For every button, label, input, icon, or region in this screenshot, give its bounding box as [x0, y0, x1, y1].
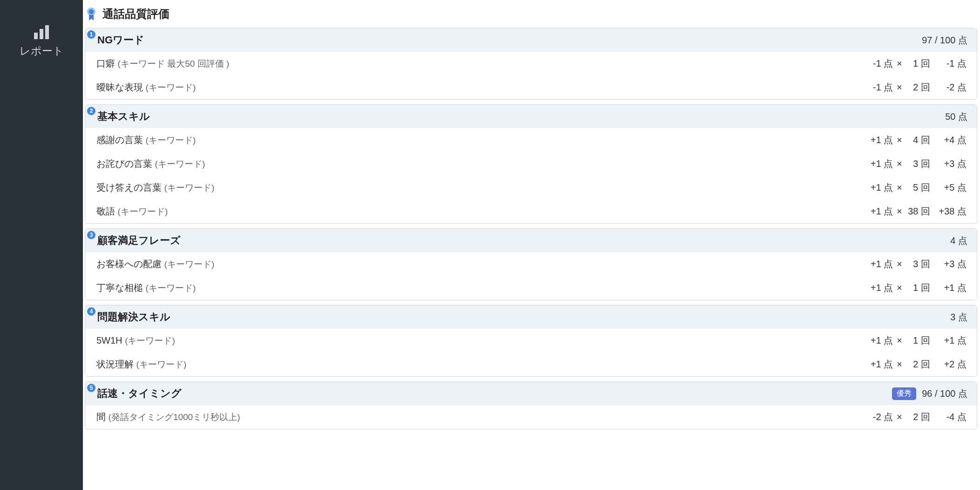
metric-unit-points: +1 点 [860, 258, 893, 270]
metric-label: 状況理解 (キーワード) [96, 358, 186, 371]
metric-subtext: (キーワード 最大50 回評価 ) [118, 59, 230, 69]
metric-total: -2 点 [930, 81, 966, 94]
card-score-value: 96 / 100 点 [922, 387, 967, 400]
multiply-icon: × [893, 359, 906, 370]
metric-subtext: (キーワード) [125, 336, 175, 345]
card-score-value: 4 点 [950, 235, 967, 247]
metric-name: 5W1H [96, 335, 122, 345]
metric-values: +1 点×38 回+38 点 [860, 205, 966, 218]
metric-count: 3 回 [906, 258, 930, 270]
card-score-value: 3 点 [950, 311, 967, 324]
svg-rect-1 [40, 29, 43, 39]
metric-label: 曖昧な表現 (キーワード) [96, 81, 196, 94]
metric-count: 1 回 [906, 282, 930, 294]
metric-name: お客様への配慮 [96, 259, 162, 269]
metric-total: +38 点 [930, 205, 966, 218]
metric-count: 1 回 [906, 334, 930, 347]
metric-label: 受け答えの言葉 (キーワード) [96, 181, 214, 194]
sidebar-item-report[interactable]: レポート [0, 21, 83, 67]
card-header[interactable]: 4問題解決スキル3 点 [85, 305, 977, 329]
metric-total: +3 点 [930, 258, 966, 270]
metric-label: お客様への配慮 (キーワード) [96, 258, 214, 270]
metric-name: 敬語 [96, 206, 115, 216]
app-layout: レポート 通話品質評価 1NGワード97 / 100 点口癖 (キーワード 最大… [0, 0, 980, 490]
multiply-icon: × [893, 58, 906, 69]
metric-row: 曖昧な表現 (キーワード)-1 点×2 回-2 点 [85, 76, 977, 99]
award-ribbon-icon [86, 7, 97, 21]
multiply-icon: × [893, 159, 906, 169]
cards-container: 1NGワード97 / 100 点口癖 (キーワード 最大50 回評価 )-1 点… [83, 28, 980, 429]
metric-unit-points: -1 点 [860, 81, 893, 94]
main-content: 通話品質評価 1NGワード97 / 100 点口癖 (キーワード 最大50 回評… [83, 0, 980, 490]
metric-unit-points: +1 点 [860, 181, 893, 194]
metric-subtext: (キーワード) [155, 159, 205, 169]
score-card: 1NGワード97 / 100 点口癖 (キーワード 最大50 回評価 )-1 点… [85, 28, 977, 100]
card-body: 5W1H (キーワード)+1 点×1 回+1 点状況理解 (キーワード)+1 点… [85, 329, 977, 376]
metric-row: 丁寧な相槌 (キーワード)+1 点×1 回+1 点 [85, 276, 977, 300]
card-title: NGワード [97, 33, 144, 47]
multiply-icon: × [893, 259, 906, 269]
card-body: 感謝の言葉 (キーワード)+1 点×4 回+4 点お詫びの言葉 (キーワード)+… [85, 128, 977, 223]
metric-values: -1 点×2 回-2 点 [860, 81, 966, 94]
metric-count: 3 回 [906, 158, 930, 170]
card-title: 話速・タイミング [97, 386, 182, 400]
card-number-badge: 4 [87, 307, 95, 316]
metric-row: 間 (発話タイミング1000ミリ秒以上)-2 点×2 回-4 点 [85, 405, 977, 429]
card-score: 97 / 100 点 [922, 34, 967, 47]
metric-row: お詫びの言葉 (キーワード)+1 点×3 回+3 点 [85, 152, 977, 176]
metric-unit-points: +1 点 [860, 205, 893, 218]
card-body: 口癖 (キーワード 最大50 回評価 )-1 点×1 回-1 点曖昧な表現 (キ… [85, 52, 977, 99]
metric-values: +1 点×2 回+2 点 [860, 358, 966, 371]
card-header[interactable]: 5話速・タイミング優秀96 / 100 点 [85, 382, 977, 405]
multiply-icon: × [893, 206, 906, 217]
section-title: 通話品質評価 [102, 7, 170, 21]
metric-name: 丁寧な相槌 [96, 283, 143, 293]
metric-name: 状況理解 [96, 359, 134, 369]
svg-point-4 [89, 9, 94, 14]
metric-row: お客様への配慮 (キーワード)+1 点×3 回+3 点 [85, 252, 977, 276]
card-title: 基本スキル [97, 110, 150, 124]
card-header[interactable]: 1NGワード97 / 100 点 [85, 28, 977, 52]
metric-total: +2 点 [930, 358, 966, 371]
metric-row: 受け答えの言葉 (キーワード)+1 点×5 回+5 点 [85, 176, 977, 200]
metric-subtext: (キーワード) [146, 283, 196, 293]
metric-values: +1 点×3 回+3 点 [860, 258, 966, 270]
score-card: 3顧客満足フレーズ4 点お客様への配慮 (キーワード)+1 点×3 回+3 点丁… [85, 228, 977, 300]
metric-name: 曖昧な表現 [96, 82, 143, 92]
section-title-row: 通話品質評価 [83, 4, 980, 28]
metric-total: +3 点 [930, 158, 966, 170]
card-header[interactable]: 3顧客満足フレーズ4 点 [85, 229, 977, 252]
card-header[interactable]: 2基本スキル50 点 [85, 105, 977, 128]
multiply-icon: × [893, 135, 906, 145]
metric-name: 受け答えの言葉 [96, 182, 162, 193]
metric-unit-points: +1 点 [860, 134, 893, 146]
metric-label: 間 (発話タイミング1000ミリ秒以上) [96, 411, 240, 423]
svg-rect-0 [34, 33, 38, 39]
metric-values: -2 点×2 回-4 点 [860, 411, 966, 423]
metric-row: 感謝の言葉 (キーワード)+1 点×4 回+4 点 [85, 128, 977, 152]
card-score-value: 97 / 100 点 [922, 34, 967, 47]
card-body: 間 (発話タイミング1000ミリ秒以上)-2 点×2 回-4 点 [85, 405, 977, 429]
metric-total: +5 点 [930, 181, 966, 194]
sidebar: レポート [0, 0, 83, 490]
multiply-icon: × [893, 82, 906, 93]
metric-values: +1 点×5 回+5 点 [860, 181, 966, 194]
metric-subtext: (キーワード) [146, 135, 196, 145]
card-score: 4 点 [950, 235, 967, 247]
metric-values: -1 点×1 回-1 点 [860, 57, 966, 70]
card-number-badge: 3 [87, 231, 95, 239]
card-number-badge: 5 [87, 384, 95, 392]
metric-total: +1 点 [930, 334, 966, 347]
score-card: 2基本スキル50 点感謝の言葉 (キーワード)+1 点×4 回+4 点お詫びの言… [85, 104, 977, 224]
metric-subtext: (キーワード) [136, 359, 187, 369]
metric-count: 2 回 [906, 81, 930, 94]
bar-chart-icon [32, 24, 51, 39]
metric-label: 5W1H (キーワード) [96, 335, 175, 347]
sidebar-item-label: レポート [20, 45, 64, 57]
metric-name: 間 [96, 412, 106, 422]
card-score-value: 50 点 [945, 110, 967, 123]
metric-subtext: (発話タイミング1000ミリ秒以上) [109, 412, 240, 422]
metric-subtext: (キーワード) [164, 259, 215, 269]
metric-label: 敬語 (キーワード) [96, 205, 168, 218]
metric-unit-points: -2 点 [860, 411, 893, 423]
